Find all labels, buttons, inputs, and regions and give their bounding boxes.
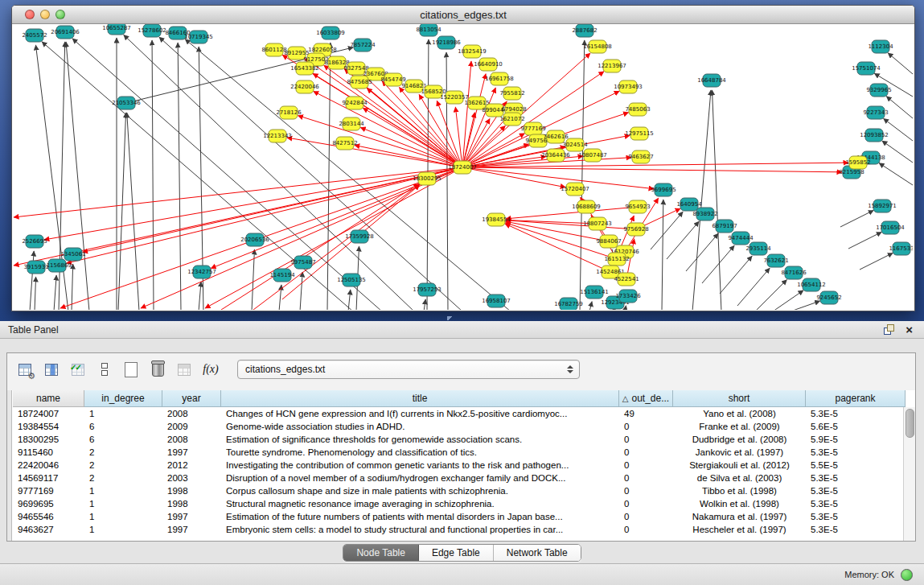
table-row[interactable]: 1872400712008Changes of HCN gene express… [13, 407, 906, 420]
cell-out_degree[interactable]: 0 [619, 459, 673, 472]
select-columns-icon[interactable]: ✓✓ [67, 358, 89, 381]
cell-in_degree[interactable]: 6 [84, 433, 162, 446]
cell-name[interactable]: 22420046 [13, 459, 84, 472]
function-builder-icon[interactable]: f(x) [199, 358, 222, 381]
cell-name[interactable]: 9699695 [13, 497, 84, 510]
cell-name[interactable]: 18300295 [13, 433, 84, 446]
window-titlebar[interactable]: citations_edges.txt [12, 6, 914, 24]
column-header-pagerank[interactable]: pagerank [806, 390, 906, 407]
cell-year[interactable]: 1998 [162, 484, 221, 497]
cell-out_degree[interactable]: 0 [619, 497, 673, 510]
cell-year[interactable]: 2009 [162, 420, 221, 433]
cell-title[interactable]: Estimation of significance thresholds fo… [221, 433, 619, 446]
cell-title[interactable]: Corpus callosum shape and size in male p… [221, 484, 619, 497]
close-panel-icon[interactable]: × [906, 324, 913, 335]
cell-in_degree[interactable]: 2 [84, 472, 162, 484]
cell-name[interactable]: 9115460 [13, 446, 84, 459]
table-mode-icon[interactable]: ⚙ [14, 358, 36, 381]
cell-pagerank[interactable]: 5.5E-5 [806, 459, 906, 472]
cell-short[interactable]: Franke et al. (2009) [673, 420, 806, 433]
cell-pagerank[interactable]: 5.3E-5 [806, 497, 906, 510]
cell-in_degree[interactable]: 2 [84, 446, 162, 459]
cell-name[interactable]: 14569117 [13, 472, 84, 484]
cell-title[interactable]: Disruption of a novel member of a sodium… [221, 472, 619, 484]
cell-title[interactable]: Structural magnetic resonance image aver… [221, 497, 619, 510]
cell-short[interactable]: Wolkin et al. (1998) [673, 497, 806, 510]
cell-pagerank[interactable]: 5.3E-5 [806, 523, 906, 536]
delete-table-icon[interactable] [146, 358, 169, 381]
cell-out_degree[interactable]: 0 [619, 420, 673, 433]
column-header-out_de[interactable]: △out_de... [619, 390, 673, 407]
float-panel-icon[interactable] [884, 324, 894, 335]
table-row[interactable]: 969969511998Structural magnetic resonanc… [13, 497, 906, 510]
cell-out_degree[interactable]: 0 [619, 433, 673, 446]
table-row[interactable]: 2242004622012Investigating the contribut… [13, 459, 906, 472]
cell-year[interactable]: 1997 [162, 523, 221, 536]
table-row[interactable]: 977716911998Corpus callosum shape and si… [13, 484, 906, 497]
cell-year[interactable]: 2012 [162, 459, 221, 472]
cell-in_degree[interactable]: 1 [84, 484, 162, 497]
tab-edge-table[interactable]: Edge Table [419, 545, 494, 561]
cell-out_degree[interactable]: 0 [619, 510, 673, 523]
table-row[interactable]: 911546021997Tourette syndrome. Phenomeno… [13, 446, 906, 459]
cell-short[interactable]: Yano et al. (2008) [673, 407, 806, 420]
row-height-icon[interactable] [93, 358, 116, 381]
tab-network-table[interactable]: Network Table [494, 545, 581, 561]
close-button[interactable] [25, 10, 35, 19]
memory-status-indicator[interactable] [901, 569, 913, 581]
cell-short[interactable]: Stergiakouli et al. (2012) [673, 459, 806, 472]
cell-in_degree[interactable]: 1 [84, 407, 162, 420]
cell-out_degree[interactable]: 49 [619, 407, 673, 420]
cell-short[interactable]: Nakamura et al. (1997) [673, 510, 806, 523]
column-header-year[interactable]: year [162, 390, 221, 407]
citation-network-graph[interactable]: 2405572206914061065528715278602846616010… [12, 24, 913, 310]
cell-in_degree[interactable]: 2 [84, 459, 162, 472]
vertical-scrollbar[interactable] [903, 407, 915, 541]
cell-out_degree[interactable]: 0 [619, 484, 673, 497]
cell-name[interactable]: 9463627 [13, 523, 84, 536]
table-row[interactable]: 946362711997Embryonic stem cells: a mode… [13, 523, 906, 536]
cell-title[interactable]: Investigating the contribution of common… [221, 459, 619, 472]
table-row[interactable]: 946554611997Estimation of the future num… [13, 510, 906, 523]
cell-pagerank[interactable]: 5.3E-5 [806, 484, 906, 497]
cell-year[interactable]: 2008 [162, 433, 221, 446]
cell-pagerank[interactable]: 5.3E-5 [806, 407, 906, 420]
cell-year[interactable]: 1997 [162, 446, 221, 459]
column-header-title[interactable]: title [221, 390, 619, 407]
cell-out_degree[interactable]: 0 [619, 446, 673, 459]
cell-pagerank[interactable]: 5.3E-5 [806, 472, 906, 484]
cell-short[interactable]: Tibbo et al. (1998) [673, 484, 806, 497]
cell-year[interactable]: 2003 [162, 472, 221, 484]
cell-title[interactable]: Estimation of the future numbers of pati… [221, 510, 619, 523]
table-row[interactable]: 1456911722003Disruption of a novel membe… [13, 472, 906, 484]
cell-out_degree[interactable]: 0 [619, 472, 673, 484]
cell-in_degree[interactable]: 1 [84, 510, 162, 523]
scrollbar-thumb[interactable] [906, 409, 914, 438]
show-columns-icon[interactable] [40, 358, 63, 381]
minimize-button[interactable] [40, 10, 50, 19]
cell-title[interactable]: Embryonic stem cells: a model to study s… [221, 523, 619, 536]
new-table-icon[interactable] [120, 358, 142, 381]
cell-pagerank[interactable]: 5.3E-5 [806, 446, 906, 459]
cell-year[interactable]: 1997 [162, 510, 221, 523]
cell-pagerank[interactable]: 5.9E-5 [806, 433, 906, 446]
cell-short[interactable]: Hescheler et al. (1997) [673, 523, 806, 536]
cell-pagerank[interactable]: 5.3E-5 [806, 510, 906, 523]
table-selector-dropdown[interactable]: citations_edges.txt [237, 360, 580, 379]
cell-name[interactable]: 19384554 [13, 420, 84, 433]
cell-short[interactable]: Dudbridge et al. (2008) [673, 433, 806, 446]
column-header-in_degree[interactable]: in_degree [84, 390, 162, 407]
cell-out_degree[interactable]: 0 [619, 523, 673, 536]
cell-in_degree[interactable]: 1 [84, 497, 162, 510]
cell-title[interactable]: Tourette syndrome. Phenomenology and cla… [221, 446, 619, 459]
cell-name[interactable]: 9465546 [13, 510, 84, 523]
zoom-button[interactable] [55, 10, 65, 19]
column-header-name[interactable]: name [13, 390, 84, 407]
cell-name[interactable]: 9777169 [13, 484, 84, 497]
table-row[interactable]: 1830029562008Estimation of significance … [13, 433, 906, 446]
cell-in_degree[interactable]: 6 [84, 420, 162, 433]
cell-name[interactable]: 18724007 [13, 407, 84, 420]
cell-year[interactable]: 2008 [162, 407, 221, 420]
cell-pagerank[interactable]: 5.6E-5 [806, 420, 906, 433]
import-table-icon[interactable] [173, 358, 195, 381]
